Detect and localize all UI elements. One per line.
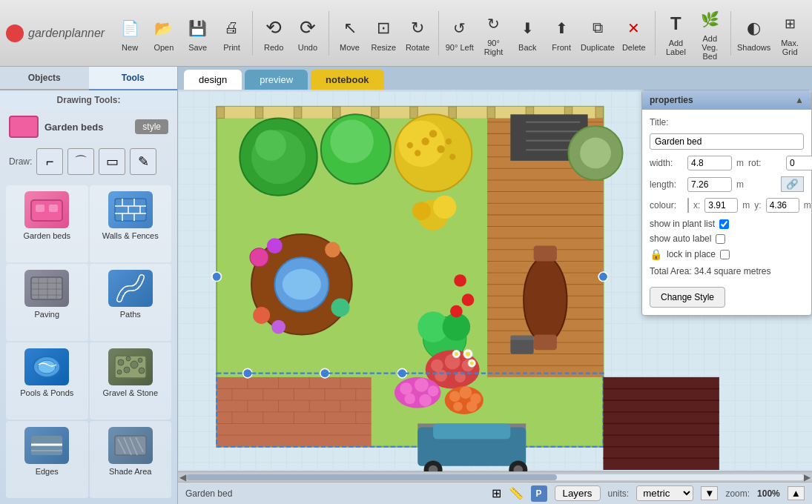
grid-toggle-icon[interactable]: ⊞ — [492, 486, 501, 500]
svg-point-111 — [407, 142, 413, 148]
svg-point-121 — [331, 298, 349, 316]
show-plant-list-checkbox[interactable] — [719, 219, 729, 229]
rotate-right-button[interactable]: ↻ 90° Right — [478, 7, 510, 59]
tool-paving[interactable]: Paving — [6, 264, 88, 341]
length-row: length: m 🔗 — [650, 176, 804, 192]
svg-point-112 — [449, 154, 455, 160]
draw-freehand-btn[interactable]: ✎ — [130, 148, 156, 175]
rotate-icon: ↻ — [404, 15, 431, 42]
properties-title: properties — [650, 95, 693, 105]
tab-design[interactable]: design — [184, 70, 242, 90]
print-button[interactable]: 🖨 Print — [216, 12, 248, 55]
tab-preview[interactable]: preview — [245, 70, 308, 90]
units-select[interactable]: metric imperial — [636, 485, 693, 501]
tab-tools[interactable]: Tools — [89, 67, 178, 90]
redo-button[interactable]: ⟲ Redo — [257, 12, 290, 55]
tab-notebook[interactable]: notebook — [311, 70, 384, 90]
scroll-right-btn[interactable]: ▶ — [804, 472, 811, 483]
add-veg-bed-button[interactable]: 🌿 Add Veg. Bed — [693, 3, 726, 64]
shade-tool-icon — [108, 427, 153, 464]
scroll-track[interactable] — [186, 474, 804, 480]
length-lock-btn[interactable]: 🔗 — [781, 176, 804, 192]
garden-beds-tool-icon — [24, 191, 69, 228]
new-icon: 📄 — [116, 15, 143, 42]
open-button[interactable]: 📂 Open — [148, 12, 180, 55]
length-input[interactable] — [687, 177, 732, 192]
back-button[interactable]: ⬇ Back — [511, 12, 544, 55]
layers-button[interactable]: Layers — [555, 485, 601, 501]
shadows-button[interactable]: ◐ Shadows — [736, 12, 772, 55]
rotate-left-button[interactable]: ↺ 90° Left — [443, 12, 476, 55]
svg-point-27 — [117, 370, 122, 374]
svg-rect-165 — [510, 339, 533, 354]
garden-beds-selector[interactable]: Garden beds style — [0, 110, 177, 144]
add-label-button[interactable]: T Add Label — [660, 7, 693, 59]
ruler-icon[interactable]: 📏 — [509, 486, 524, 500]
garden-beds-icon — [9, 116, 39, 138]
tool-paths[interactable]: Paths — [90, 264, 172, 341]
canvas-content[interactable]: properties ▲ Title: width: m rot: — [178, 90, 812, 471]
front-button[interactable]: ⬆ Front — [545, 12, 578, 55]
move-button[interactable]: ↖ Move — [334, 12, 366, 55]
draw-rect-btn[interactable]: ▭ — [99, 148, 125, 175]
horizontal-scrollbar[interactable]: ◀ ▶ — [178, 471, 812, 482]
drawing-tools-label: Drawing Tools: — [0, 90, 177, 110]
scroll-left-btn[interactable]: ◀ — [179, 472, 186, 483]
colour-picker[interactable] — [687, 198, 689, 213]
title-label: Title: — [650, 117, 683, 127]
units-down-btn[interactable]: ▼ — [701, 486, 718, 500]
show-auto-label-label: show auto label — [650, 233, 711, 244]
tool-shade-area[interactable]: Shade Area — [90, 421, 172, 498]
colour-label: colour: — [650, 200, 683, 210]
width-input[interactable] — [687, 156, 732, 170]
save-button[interactable]: 💾 Save — [182, 12, 214, 55]
svg-point-109 — [446, 139, 452, 145]
undo-button[interactable]: ⟳ Undo — [291, 12, 324, 55]
duplicate-button[interactable]: ⧉ Duplicate — [579, 12, 616, 55]
tool-walls-fences[interactable]: Walls & Fences — [90, 185, 172, 262]
y-input[interactable] — [766, 198, 799, 213]
svg-point-135 — [455, 352, 458, 356]
width-label: width: — [650, 158, 683, 168]
toolbar: gardenplanner 📄 New 📂 Open 💾 Save 🖨 Prin… — [0, 0, 812, 67]
total-area: Total Area: 34.4 square metres — [650, 266, 804, 276]
show-plant-list-row: show in plant list — [650, 219, 804, 229]
tool-edges-label: Edges — [36, 467, 59, 476]
colour-row: colour: x: m y: m — [650, 198, 804, 213]
style-button[interactable]: style — [135, 119, 168, 134]
svg-point-26 — [138, 358, 142, 362]
title-input-row — [650, 133, 804, 150]
max-grid-button[interactable]: ⊞ Max. Grid — [773, 7, 806, 59]
draw-curve-btn[interactable]: ⌒ — [67, 148, 94, 175]
svg-point-160 — [212, 272, 222, 282]
delete-button[interactable]: ✕ Delete — [618, 12, 650, 55]
print-icon: 🖨 — [218, 15, 245, 42]
lock-in-place-checkbox[interactable] — [720, 250, 730, 259]
new-button[interactable]: 📄 New — [113, 12, 146, 55]
add-veg-bed-icon: 🌿 — [696, 6, 723, 33]
svg-point-138 — [400, 382, 412, 395]
front-icon: ⬆ — [548, 15, 575, 42]
show-auto-label-checkbox[interactable] — [716, 234, 725, 244]
collapse-icon[interactable]: ▲ — [795, 95, 804, 105]
draw-rect-corner-btn[interactable]: ⌐ — [36, 148, 63, 175]
shadows-icon: ◐ — [741, 15, 768, 42]
svg-point-20 — [38, 360, 56, 374]
tool-garden-beds[interactable]: Garden beds — [6, 185, 88, 262]
tab-objects[interactable]: Objects — [0, 67, 89, 90]
tool-pools-ponds[interactable]: Pools & Ponds — [6, 342, 88, 420]
svg-point-24 — [131, 361, 138, 368]
rot-input[interactable] — [786, 156, 812, 170]
scroll-thumb[interactable] — [186, 474, 557, 480]
x-input[interactable] — [704, 198, 738, 213]
tool-gravel-stone[interactable]: Gravel & Stone — [90, 342, 172, 420]
properties-body: Title: width: m rot: length: — [642, 110, 811, 315]
change-style-button[interactable]: Change Style — [650, 287, 725, 308]
zoom-up-button[interactable]: ▲ — [788, 486, 805, 500]
lock-in-place-row: 🔒 lock in place — [650, 248, 804, 260]
tool-edges[interactable]: Edges — [6, 421, 88, 498]
resize-button[interactable]: ⊡ Resize — [367, 12, 400, 55]
p-button[interactable]: P — [531, 485, 547, 502]
rotate-button[interactable]: ↻ Rotate — [401, 12, 434, 55]
title-input[interactable] — [650, 133, 804, 150]
